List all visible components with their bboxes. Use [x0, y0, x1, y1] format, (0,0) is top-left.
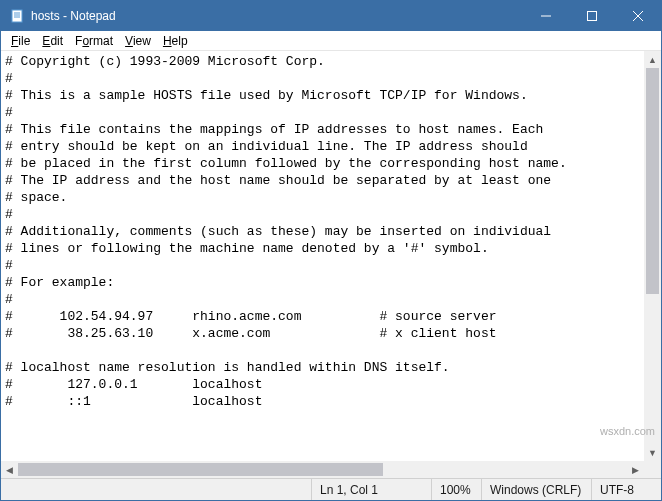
scroll-thumb-v[interactable] — [646, 68, 659, 294]
scrollbar-corner — [644, 461, 661, 478]
scroll-right-button[interactable]: ▶ — [627, 461, 644, 478]
notepad-window: hosts - Notepad File Edit Format View He… — [0, 0, 662, 501]
close-icon — [633, 11, 643, 21]
status-encoding: UTF-8 — [591, 479, 661, 500]
scroll-down-button[interactable]: ▼ — [644, 444, 661, 461]
minimize-icon — [541, 11, 551, 21]
horizontal-scrollbar[interactable]: ◀ ▶ — [1, 461, 661, 478]
titlebar-left: hosts - Notepad — [9, 8, 116, 24]
notepad-icon — [9, 8, 25, 24]
status-spacer — [1, 479, 311, 500]
menu-file[interactable]: File — [5, 33, 36, 49]
window-title: hosts - Notepad — [31, 9, 116, 23]
window-controls — [523, 1, 661, 31]
maximize-icon — [587, 11, 597, 21]
minimize-button[interactable] — [523, 1, 569, 31]
status-position: Ln 1, Col 1 — [311, 479, 431, 500]
scroll-track-v[interactable] — [644, 68, 661, 444]
menu-format[interactable]: Format — [69, 33, 119, 49]
statusbar: Ln 1, Col 1 100% Windows (CRLF) UTF-8 — [1, 478, 661, 500]
menu-help[interactable]: Help — [157, 33, 194, 49]
editor-area: # Copyright (c) 1993-2009 Microsoft Corp… — [1, 51, 661, 461]
maximize-button[interactable] — [569, 1, 615, 31]
menu-edit[interactable]: Edit — [36, 33, 69, 49]
close-button[interactable] — [615, 1, 661, 31]
scroll-left-button[interactable]: ◀ — [1, 461, 18, 478]
text-content[interactable]: # Copyright (c) 1993-2009 Microsoft Corp… — [1, 51, 644, 461]
scroll-thumb-h[interactable] — [18, 463, 383, 476]
status-zoom: 100% — [431, 479, 481, 500]
menubar: File Edit Format View Help — [1, 31, 661, 51]
svg-rect-5 — [588, 12, 597, 21]
svg-rect-0 — [12, 10, 22, 22]
status-line-ending: Windows (CRLF) — [481, 479, 591, 500]
scroll-up-button[interactable]: ▲ — [644, 51, 661, 68]
scroll-track-h[interactable] — [18, 461, 627, 478]
titlebar[interactable]: hosts - Notepad — [1, 1, 661, 31]
vertical-scrollbar[interactable]: ▲ ▼ — [644, 51, 661, 461]
menu-view[interactable]: View — [119, 33, 157, 49]
